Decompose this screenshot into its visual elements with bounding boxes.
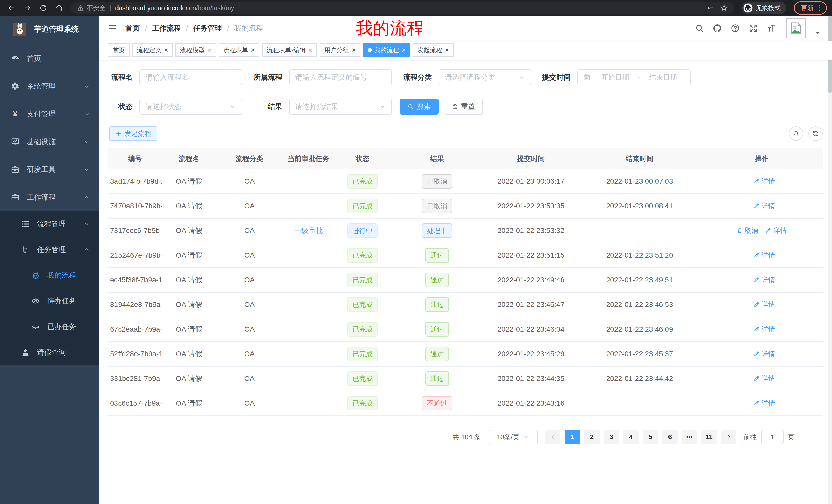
page-button[interactable]: 5 [643,430,658,444]
close-icon[interactable] [207,47,211,54]
search-button[interactable]: 搜索 [399,99,439,115]
breadcrumb-item[interactable]: 任务管理 [181,23,222,33]
sidebar-item[interactable]: 任务管理 [0,237,99,262]
page-button[interactable]: 11 [701,430,717,444]
avatar[interactable] [786,19,806,38]
breadcrumb-item[interactable]: 工作流程 [140,23,181,33]
process-category: OA [244,301,255,309]
page-button[interactable]: 3 [604,430,619,444]
page-size-select[interactable]: 10条/页 [489,430,538,444]
update-label: 更新 [801,4,814,12]
forward-icon[interactable] [21,2,33,14]
detail-link[interactable]: 详情 [754,374,775,383]
back-icon[interactable] [5,2,18,14]
sidebar-item[interactable]: 研发工具 [0,156,99,184]
close-icon[interactable] [445,47,449,54]
address-bar[interactable]: 不安全 dashboard.yudao.iocoder.cn/bpm/task/… [71,2,734,14]
edit-icon [754,326,760,332]
search-icon [793,130,799,137]
sidebar-item[interactable]: ¥ 支付管理 [0,100,99,128]
detail-link[interactable]: 详情 [754,275,775,284]
current-task-link[interactable]: 一级审批 [294,227,323,234]
detail-link[interactable]: 详情 [754,251,775,260]
close-icon[interactable] [164,47,168,54]
view-tab[interactable]: 发起流程 [413,44,453,57]
status-badge: 已完成 [347,371,378,386]
incognito-icon [743,3,753,13]
sidebar-item[interactable]: 流程管理 [0,211,99,237]
reload-icon[interactable] [37,2,49,14]
page-button[interactable]: 1 [565,430,580,444]
caret-down-icon[interactable] [814,30,821,36]
sidebar-item[interactable]: 系统管理 [0,73,99,100]
close-icon[interactable] [352,47,356,54]
next-page-button[interactable] [721,430,736,444]
help-icon[interactable] [731,24,740,33]
toggle-search-button[interactable] [789,127,803,141]
view-tab[interactable]: 流程模型 [175,44,216,57]
sidebar-item[interactable]: 首页 [0,45,99,73]
breadcrumb: 首页工作流程任务管理我的流程 [126,23,263,33]
sidebar-item[interactable]: 待办任务 [0,288,99,314]
detail-link[interactable]: 详情 [765,226,787,235]
close-icon[interactable] [401,47,406,54]
home-icon[interactable] [53,2,65,14]
status-select[interactable]: 请选择状态 [139,99,242,115]
detail-link[interactable]: 详情 [754,201,775,211]
sidebar-item[interactable]: 工作流程 [0,184,99,211]
breadcrumb-item[interactable]: 首页 [126,23,140,33]
goto-page-input[interactable] [761,430,784,444]
browser-menu-icon[interactable] [815,4,823,12]
date-range-picker[interactable]: 开始日期 - 结束日期 [577,69,691,85]
sidebar-item-label: 研发工具 [27,165,55,174]
result-select[interactable]: 请选择流结果 [289,99,392,115]
sidebar-item[interactable]: 我的流程 [0,262,99,288]
view-tab[interactable]: 流程定义 [132,44,173,57]
search-icon[interactable] [695,24,704,33]
github-icon[interactable] [713,24,722,33]
detail-link[interactable]: 详情 [754,349,775,358]
url-text[interactable]: dashboard.yudao.iocoder.cn/bpm/task/my [115,4,234,12]
result-badge: 通过 [425,322,449,337]
page-button[interactable]: 4 [623,430,639,444]
view-tab[interactable]: 用户分组 [319,44,360,57]
page-button[interactable]: 2 [584,430,600,444]
prev-page-button[interactable] [545,430,561,444]
chevron-down-icon [83,83,90,90]
view-tab[interactable]: 流程表单-编辑 [262,44,317,57]
cancel-link[interactable]: 取消 [737,226,758,235]
start-process-button[interactable]: 发起流程 [109,127,157,141]
security-chip[interactable]: 不安全 [77,4,105,12]
fullscreen-icon[interactable] [749,24,758,33]
detail-link[interactable]: 详情 [754,399,775,408]
chevron-down-icon [83,221,90,227]
bookmark-star-icon[interactable] [721,4,728,11]
view-tab[interactable]: 首页 [108,44,130,57]
page-ellipsis: ••• [682,430,697,444]
detail-link[interactable]: 详情 [754,300,775,309]
category-select[interactable]: 请选择流程分类 [439,69,531,85]
close-icon[interactable] [251,47,255,54]
close-icon[interactable] [308,47,312,54]
update-button[interactable]: 更新 [794,1,827,15]
start-date-placeholder[interactable]: 开始日期 [593,73,637,82]
definition-id-input[interactable] [289,69,392,85]
hamburger-icon[interactable] [108,24,117,33]
reset-button[interactable]: 重置 [444,99,483,115]
sidebar-item[interactable]: 请假查询 [0,340,99,365]
breadcrumb-item[interactable]: 我的流程 [222,23,263,33]
sidebar-item[interactable]: 基础设施 [0,128,99,156]
font-size-icon[interactable] [767,24,776,33]
detail-link[interactable]: 详情 [754,325,775,334]
view-tab[interactable]: 流程表单 [219,44,259,57]
key-icon[interactable] [707,4,714,11]
view-tab[interactable]: 我的流程 [363,44,410,57]
sidebar-item[interactable]: 已办任务 [0,314,99,340]
page-button[interactable]: 6 [662,430,678,444]
refresh-table-button[interactable] [808,127,823,141]
process-name-input[interactable] [139,69,242,85]
detail-link[interactable]: 详情 [754,177,775,186]
end-date-placeholder[interactable]: 结束日期 [642,73,685,82]
scrollbar[interactable] [828,16,832,504]
app-logo-row[interactable]: 芋道管理系统 [0,16,99,43]
